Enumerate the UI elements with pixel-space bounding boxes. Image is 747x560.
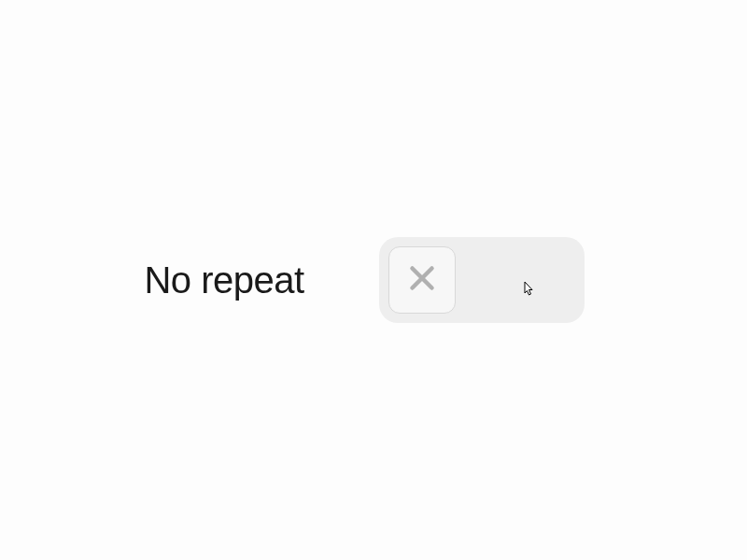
close-icon xyxy=(405,261,439,299)
setting-label: No repeat xyxy=(144,259,303,301)
setting-row: No repeat xyxy=(144,237,584,323)
toggle-knob[interactable] xyxy=(388,246,456,314)
repeat-toggle[interactable] xyxy=(379,237,585,323)
